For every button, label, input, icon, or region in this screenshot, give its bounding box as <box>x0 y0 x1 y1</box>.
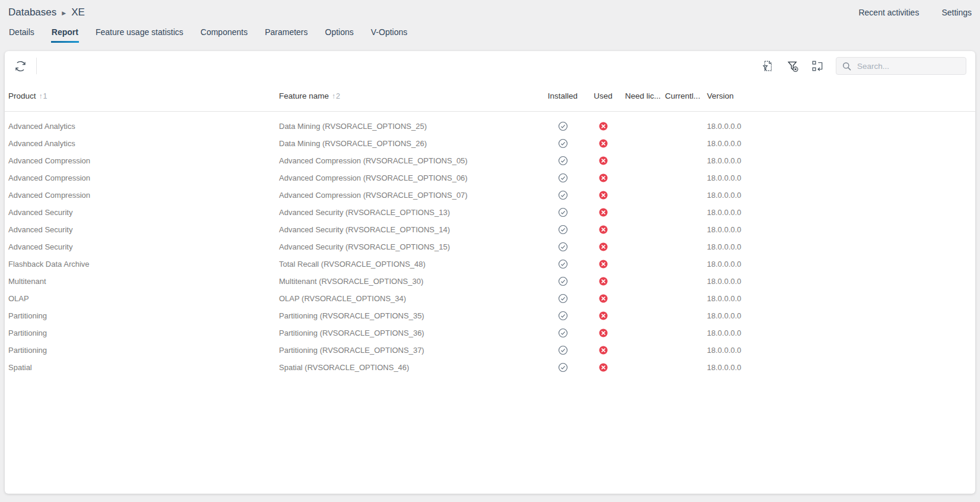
tab-v-options[interactable]: V-Options <box>370 23 408 44</box>
installed-check-icon <box>558 190 568 200</box>
recent-activities-link[interactable]: Recent activities <box>858 8 919 17</box>
cell-installed <box>542 311 583 321</box>
installed-check-icon <box>558 242 568 252</box>
table-row[interactable]: Advanced CompressionAdvanced Compression… <box>5 152 975 169</box>
cell-installed <box>542 156 583 166</box>
table-row[interactable]: SpatialSpatial (RVSORACLE_OPTIONS_46)18.… <box>5 359 975 376</box>
search-input[interactable] <box>856 61 960 71</box>
tab-components[interactable]: Components <box>200 23 248 44</box>
column-label: Need lic... <box>625 91 661 100</box>
column-label: Installed <box>548 91 578 100</box>
column-header-currently[interactable]: Currentl... <box>663 91 702 100</box>
table-row[interactable]: PartitioningPartitioning (RVSORACLE_OPTI… <box>5 342 975 359</box>
table-row[interactable]: MultitenantMultitenant (RVSORACLE_OPTION… <box>5 273 975 290</box>
row-product: Advanced Compression <box>5 191 279 200</box>
row-version: 18.0.0.0.0 <box>702 173 776 182</box>
cell-used <box>583 311 623 320</box>
tab-options[interactable]: Options <box>325 23 354 44</box>
cell-used <box>583 346 623 355</box>
tab-feature-usage-statistics[interactable]: Feature usage statistics <box>95 23 184 44</box>
cell-used <box>583 208 623 217</box>
table-row[interactable]: Advanced SecurityAdvanced Security (RVSO… <box>5 204 975 221</box>
settings-link[interactable]: Settings <box>941 8 972 17</box>
breadcrumb-current: XE <box>71 7 85 18</box>
row-feature-name: Partitioning (RVSORACLE_OPTIONS_36) <box>279 329 542 337</box>
grid-toolbar <box>5 51 975 81</box>
table-row[interactable]: Advanced CompressionAdvanced Compression… <box>5 169 975 187</box>
cell-used <box>583 363 623 372</box>
used-cross-icon <box>599 156 608 165</box>
tab-details[interactable]: Details <box>8 23 35 44</box>
row-feature-name: Multitenant (RVSORACLE_OPTIONS_30) <box>279 277 542 286</box>
row-version: 18.0.0.0.0 <box>702 260 776 269</box>
used-cross-icon <box>599 346 608 355</box>
table-row[interactable]: Advanced SecurityAdvanced Security (RVSO… <box>5 221 975 238</box>
page-header: Databases ▶ XE Recent activities Setting… <box>0 0 980 23</box>
table-row[interactable]: Flashback Data ArchiveTotal Recall (RVSO… <box>5 255 975 273</box>
breadcrumb-separator-icon: ▶ <box>62 10 66 16</box>
table-row[interactable]: Advanced SecurityAdvanced Security (RVSO… <box>5 238 975 255</box>
column-label: Product <box>8 91 36 100</box>
row-feature-name: Advanced Compression (RVSORACLE_OPTIONS_… <box>279 191 542 200</box>
filter-report-button[interactable] <box>757 56 778 76</box>
row-feature-name: Total Recall (RVSORACLE_OPTIONS_48) <box>279 260 542 269</box>
column-header-feature[interactable]: Feature name↑2 <box>279 91 542 100</box>
installed-check-icon <box>558 276 568 286</box>
installed-check-icon <box>558 225 568 235</box>
refresh-button[interactable] <box>10 56 30 76</box>
clear-filter-icon <box>786 59 800 73</box>
cell-installed <box>542 173 583 183</box>
row-version: 18.0.0.0.0 <box>702 139 776 148</box>
table-row[interactable]: PartitioningPartitioning (RVSORACLE_OPTI… <box>5 307 975 324</box>
installed-check-icon <box>558 173 568 183</box>
cell-used <box>583 277 623 286</box>
tab-report[interactable]: Report <box>51 23 79 44</box>
column-header-needlic[interactable]: Need lic... <box>623 91 663 100</box>
column-chooser-button[interactable] <box>807 56 827 76</box>
tab-parameters[interactable]: Parameters <box>264 23 308 44</box>
row-feature-name: Data Mining (RVSORACLE_OPTIONS_26) <box>279 139 542 148</box>
installed-check-icon <box>558 138 568 149</box>
column-header-version[interactable]: Version <box>702 91 776 100</box>
cell-used <box>583 191 623 200</box>
row-version: 18.0.0.0.0 <box>702 191 776 200</box>
column-header-used[interactable]: Used <box>583 91 623 100</box>
row-product: Advanced Analytics <box>5 122 279 131</box>
row-version: 18.0.0.0.0 <box>702 294 776 303</box>
breadcrumb-root[interactable]: Databases <box>8 7 56 18</box>
cell-installed <box>542 190 583 200</box>
table-row[interactable]: Advanced AnalyticsData Mining (RVSORACLE… <box>5 118 975 135</box>
cell-installed <box>542 259 583 269</box>
installed-check-icon <box>558 121 568 131</box>
cell-used <box>583 329 623 337</box>
cell-installed <box>542 345 583 355</box>
table-row[interactable]: PartitioningPartitioning (RVSORACLE_OPTI… <box>5 324 975 342</box>
cell-installed <box>542 293 583 304</box>
cell-used <box>583 156 623 165</box>
installed-check-icon <box>558 362 568 372</box>
cell-installed <box>542 242 583 252</box>
installed-check-icon <box>558 207 568 217</box>
row-feature-name: Data Mining (RVSORACLE_OPTIONS_25) <box>279 122 542 131</box>
table-row[interactable]: Advanced AnalyticsData Mining (RVSORACLE… <box>5 135 975 152</box>
row-product: Partitioning <box>5 311 279 320</box>
row-version: 18.0.0.0.0 <box>702 363 776 372</box>
filter-report-icon <box>761 59 774 72</box>
column-header-product[interactable]: Product↑1 <box>5 91 279 100</box>
table-row[interactable]: OLAPOLAP (RVSORACLE_OPTIONS_34)18.0.0.0.… <box>5 290 975 307</box>
row-feature-name: Advanced Security (RVSORACLE_OPTIONS_14) <box>279 225 542 234</box>
installed-check-icon <box>558 311 568 321</box>
cell-used <box>583 122 623 131</box>
row-version: 18.0.0.0.0 <box>702 208 776 217</box>
clear-filter-button[interactable] <box>782 56 803 76</box>
row-product: Advanced Compression <box>5 156 279 165</box>
table-row[interactable]: Advanced CompressionAdvanced Compression… <box>5 187 975 204</box>
cell-installed <box>542 121 583 131</box>
column-header-installed[interactable]: Installed <box>542 91 583 100</box>
row-product: Advanced Security <box>5 225 279 234</box>
row-product: Advanced Security <box>5 208 279 217</box>
used-cross-icon <box>599 173 608 182</box>
column-label: Version <box>707 91 734 100</box>
installed-check-icon <box>558 156 568 166</box>
cell-installed <box>542 138 583 149</box>
